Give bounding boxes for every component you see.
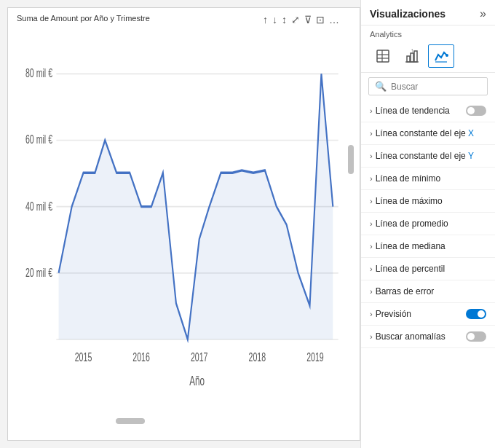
analytics-list: ›Línea de tendencia›Línea constante del … — [361, 100, 495, 348]
tab-bar[interactable]: ↑ — [399, 44, 425, 68]
panel-tabs: ↑ — [361, 40, 495, 73]
toggle-prevision[interactable] — [466, 309, 486, 319]
svg-text:↑: ↑ — [411, 49, 413, 54]
svg-text:2015: 2015 — [75, 350, 92, 363]
svg-text:Año: Año — [189, 373, 205, 388]
item-label-prevision: Previsión — [376, 309, 411, 319]
chevron-icon-anomalias: › — [370, 332, 373, 341]
svg-rect-21 — [411, 53, 413, 62]
svg-text:80 mil €: 80 mil € — [25, 66, 52, 80]
item-label-constante-y: Línea constante del eje Y — [376, 151, 474, 161]
analytics-icon — [434, 49, 448, 63]
horizontal-scrollbar[interactable] — [116, 418, 145, 424]
chart-panel: Suma de Amount por Año y Trimestre ↑ ↓ ↕… — [7, 7, 360, 441]
more-icon[interactable]: … — [329, 14, 339, 25]
analytics-item-error[interactable]: ›Barras de error — [361, 280, 495, 303]
chart-svg: 80 mil € 60 mil € 40 mil € 20 mil € 2015… — [14, 25, 354, 424]
vertical-scrollbar[interactable] — [348, 145, 354, 174]
analytics-item-promedio[interactable]: ›Línea de promedio — [361, 213, 495, 235]
analytics-item-tendencia[interactable]: ›Línea de tendencia — [361, 100, 495, 122]
chevron-icon-constante-y: › — [370, 152, 373, 160]
chevron-icon-prevision: › — [370, 310, 373, 318]
table-icon — [376, 49, 390, 63]
item-label-constante-x: Línea constante del eje X — [376, 128, 474, 138]
svg-text:20 mil €: 20 mil € — [25, 265, 52, 279]
analytics-label: Analytics — [361, 25, 495, 40]
chevron-icon-mediana: › — [370, 242, 373, 251]
chevron-icon-tendencia: › — [370, 106, 373, 115]
item-label-error: Barras de error — [376, 286, 435, 296]
analytics-item-mediana[interactable]: ›Línea de mediana — [361, 235, 495, 258]
analytics-item-percentil[interactable]: ›Línea de percentil — [361, 258, 495, 280]
chart-container: 80 mil € 60 mil € 40 mil € 20 mil € 2015… — [14, 25, 354, 424]
chevron-icon-promedio: › — [370, 219, 373, 228]
panel-collapse-icon[interactable]: » — [480, 7, 486, 20]
filter-icon[interactable]: ⊽ — [304, 14, 312, 25]
svg-text:2017: 2017 — [191, 350, 208, 363]
chevron-icon-percentil: › — [370, 264, 373, 273]
item-label-promedio: Línea de promedio — [376, 219, 448, 229]
sort-down-icon[interactable]: ↓ — [272, 14, 277, 25]
analytics-item-minimo[interactable]: ›Línea de mínimo — [361, 168, 495, 190]
item-label-anomalias: Buscar anomalías — [376, 331, 446, 342]
item-label-minimo: Línea de mínimo — [376, 173, 440, 184]
item-label-tendencia: Línea de tendencia — [376, 106, 450, 116]
tab-table[interactable] — [370, 44, 396, 68]
expand2-icon[interactable]: ⊡ — [316, 14, 325, 25]
right-panel: Visualizaciones » Analytics ↑ — [360, 0, 495, 448]
search-box[interactable]: 🔍 — [368, 77, 488, 95]
chevron-icon-minimo: › — [370, 174, 373, 183]
chevron-icon-maximo: › — [370, 197, 373, 205]
item-label-maximo: Línea de máximo — [376, 196, 443, 206]
bar-chart-icon: ↑ — [405, 49, 419, 63]
sort-up-icon[interactable]: ↑ — [263, 14, 268, 25]
tab-analytics[interactable] — [428, 44, 454, 68]
analytics-item-anomalias[interactable]: ›Buscar anomalías — [361, 326, 495, 348]
item-label-percentil: Línea de percentil — [376, 264, 445, 274]
svg-text:2018: 2018 — [249, 350, 266, 363]
analytics-item-constante-y[interactable]: ›Línea constante del eje Y — [361, 145, 495, 168]
analytics-item-constante-x[interactable]: ›Línea constante del eje X — [361, 122, 495, 145]
svg-point-25 — [446, 54, 448, 57]
svg-text:60 mil €: 60 mil € — [25, 133, 52, 146]
svg-text:2019: 2019 — [306, 350, 324, 363]
panel-title: Visualizaciones — [370, 8, 446, 20]
toggle-tendencia[interactable] — [466, 106, 486, 116]
chevron-icon-constante-x: › — [370, 129, 373, 138]
svg-text:40 mil €: 40 mil € — [25, 199, 52, 213]
sort-both-icon[interactable]: ↕ — [282, 14, 287, 25]
item-label-mediana: Línea de mediana — [376, 241, 446, 251]
svg-rect-22 — [414, 51, 417, 62]
svg-text:2016: 2016 — [132, 350, 150, 363]
svg-rect-20 — [407, 56, 410, 62]
chevron-icon-error: › — [370, 287, 373, 296]
expand-icon[interactable]: ⤢ — [291, 14, 300, 25]
search-icon: 🔍 — [375, 81, 387, 92]
analytics-item-prevision[interactable]: ›Previsión — [361, 303, 495, 326]
chart-toolbar: ↑ ↓ ↕ ⤢ ⊽ ⊡ … — [263, 14, 339, 25]
panel-header: Visualizaciones » — [361, 0, 495, 25]
svg-rect-16 — [377, 50, 389, 62]
search-input[interactable] — [391, 82, 481, 92]
toggle-anomalias[interactable] — [466, 331, 486, 342]
analytics-item-maximo[interactable]: ›Línea de máximo — [361, 190, 495, 213]
